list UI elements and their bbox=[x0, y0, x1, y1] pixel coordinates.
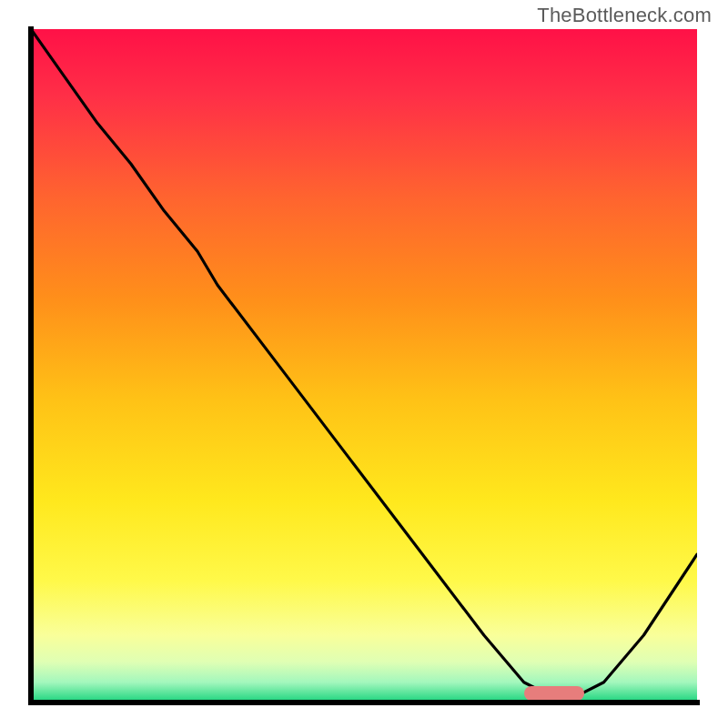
optimal-range-marker bbox=[524, 686, 584, 701]
chart-wrapper: TheBottleneck.com bbox=[0, 0, 728, 728]
bottleneck-curve bbox=[31, 29, 697, 703]
plot-area bbox=[31, 29, 697, 703]
watermark-text: TheBottleneck.com bbox=[537, 4, 712, 27]
